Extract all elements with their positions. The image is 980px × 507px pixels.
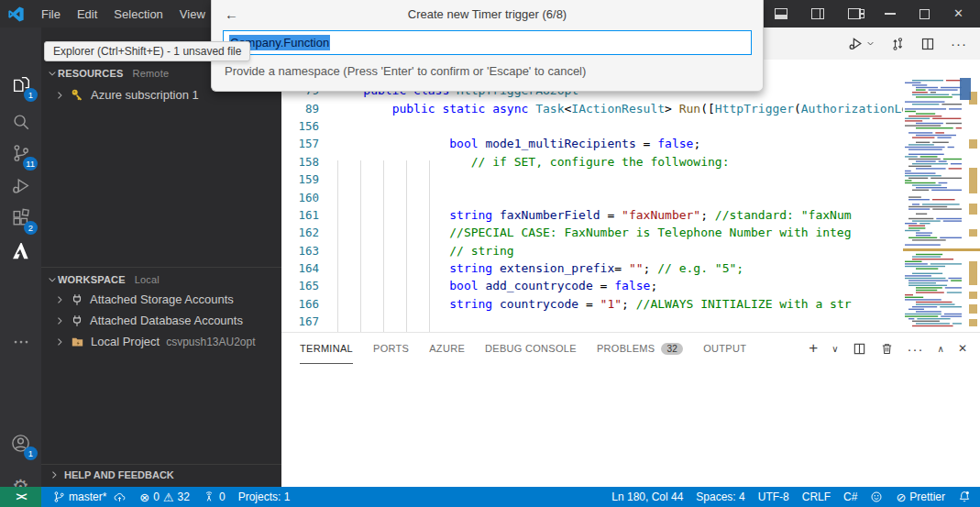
line-number: 157 xyxy=(281,137,327,150)
line-number: 165 xyxy=(281,279,327,292)
panel-tab-output[interactable]: OUTPUT xyxy=(703,333,746,364)
activity-search[interactable] xyxy=(0,106,41,138)
menu-file[interactable]: File xyxy=(33,7,69,21)
ports-count: 0 xyxy=(219,490,226,503)
back-arrow-icon[interactable]: ← xyxy=(225,6,238,22)
code-line-156: 156 xyxy=(281,117,903,135)
vscode-logo-icon xyxy=(8,6,24,22)
encoding-text: UTF-8 xyxy=(758,490,789,503)
tree-item-attached-database-accounts[interactable]: Attached Database Accounts xyxy=(41,310,281,331)
folder-function-icon xyxy=(71,336,84,348)
line-number: 156 xyxy=(281,119,327,133)
code-line-159: 159 xyxy=(281,171,903,188)
status-bar: >< master* ⊗ 0 ⚠ 32 0 Projects: 1 Ln 180… xyxy=(0,487,980,507)
feedback-smiley[interactable] xyxy=(864,487,889,507)
activity-more[interactable] xyxy=(0,326,41,358)
indentation-status[interactable]: Spaces: 4 xyxy=(689,487,751,507)
tree-item-local-project[interactable]: Local Projectcsvpush13AU2opt xyxy=(41,331,281,352)
bottom-panel: TERMINALPORTSAZUREDEBUG CONSOLEPROBLEMS3… xyxy=(281,332,980,487)
activity-azure[interactable] xyxy=(0,235,41,266)
panel-tab-label: TERMINAL xyxy=(300,343,353,354)
ports-status[interactable]: 0 xyxy=(196,487,232,507)
maximize-panel-icon[interactable]: ∧ xyxy=(938,344,944,354)
encoding-status[interactable]: UTF-8 xyxy=(752,487,796,507)
ruler-mark xyxy=(969,168,977,193)
new-terminal-icon[interactable]: + xyxy=(809,339,818,358)
activity-explorer[interactable]: 1 xyxy=(0,69,41,100)
open-changes-icon[interactable] xyxy=(890,37,905,51)
panel-tab-ports[interactable]: PORTS xyxy=(373,333,409,364)
line-number: 161 xyxy=(281,208,327,222)
code-line-89: 89 public static async Task<IActionResul… xyxy=(281,99,903,116)
eol-status[interactable]: CRLF xyxy=(796,487,837,507)
language-mode[interactable]: C# xyxy=(837,487,864,507)
editor-area: ··· 79 public class HttpTriggerAU2opt89 … xyxy=(281,28,980,487)
chevron-right-icon xyxy=(54,294,65,305)
split-editor-icon[interactable] xyxy=(920,37,935,51)
panel-tab-label: PORTS xyxy=(373,343,409,354)
git-branch-status[interactable]: master* xyxy=(47,487,133,507)
dialog-header: ← Create new Timer trigger (6/8) xyxy=(212,0,763,28)
more-actions-icon[interactable]: ··· xyxy=(951,36,967,51)
kill-terminal-trash-icon[interactable] xyxy=(880,342,894,356)
maximize-button[interactable] xyxy=(919,9,930,19)
panel-tab-label: DEBUG CONSOLE xyxy=(485,343,577,354)
activity-run-debug[interactable] xyxy=(0,171,41,202)
code-text: string extension_prefix= ""; // e.g. "5"… xyxy=(327,261,743,275)
tree-item-label: Attached Database Accounts xyxy=(90,314,243,327)
publish-cloud-icon xyxy=(113,491,127,503)
workspace-label: WORKSPACE xyxy=(58,274,126,285)
cursor-position[interactable]: Ln 180, Col 44 xyxy=(605,487,689,507)
formatter-status[interactable]: ⊘ Prettier xyxy=(889,487,952,507)
close-panel-icon[interactable]: ✕ xyxy=(958,342,967,355)
ruler-mark xyxy=(969,261,977,285)
panel-tab-debug-console[interactable]: DEBUG CONSOLE xyxy=(485,333,577,364)
formatter-name: Prettier xyxy=(909,490,945,503)
close-window-button[interactable]: ✕ xyxy=(953,0,963,28)
panel-more-actions-icon[interactable]: ··· xyxy=(908,341,924,357)
panel-tab-azure[interactable]: AZURE xyxy=(429,333,465,364)
indent-text: Spaces: 4 xyxy=(696,490,744,503)
code-line-166: 166 string countrycode = "1"; //ALWAYS I… xyxy=(281,295,903,313)
tree-item-attached-storage-accounts[interactable]: Attached Storage Accounts xyxy=(41,289,281,310)
namespace-input[interactable]: Company.Function xyxy=(223,30,752,55)
panel-tab-terminal[interactable]: TERMINAL xyxy=(300,333,353,364)
run-or-debug-button[interactable] xyxy=(848,36,875,51)
panel-tab-problems[interactable]: PROBLEMS32 xyxy=(597,333,683,364)
remote-indicator[interactable]: >< xyxy=(0,487,41,507)
minimap-slider[interactable] xyxy=(960,78,971,100)
activity-extensions[interactable]: 2 xyxy=(0,202,41,233)
code-editor[interactable]: 79 public class HttpTriggerAU2opt89 publ… xyxy=(281,60,980,332)
menu-view[interactable]: View xyxy=(171,7,214,21)
activity-source-control[interactable]: 11 xyxy=(0,138,41,169)
workspace-section-header[interactable]: WORKSPACE Local xyxy=(41,267,281,289)
line-number: 89 xyxy=(281,102,327,116)
code-line-161: 161 string faxNumberField = "faxNumber";… xyxy=(281,206,903,224)
code-line-160: 160 xyxy=(281,188,903,205)
menu-edit[interactable]: Edit xyxy=(69,7,105,21)
terminal-dropdown-icon[interactable]: ∨ xyxy=(831,344,838,354)
chevron-down-icon xyxy=(47,68,58,79)
ruler-mark xyxy=(969,319,977,326)
toggle-secondary-sidebar-icon[interactable] xyxy=(811,8,824,19)
projects-status[interactable]: Projects: 1 xyxy=(232,487,297,507)
panel-tab-label: OUTPUT xyxy=(703,343,746,354)
toggle-panel-icon[interactable] xyxy=(775,8,787,19)
activity-accounts[interactable]: 1 xyxy=(0,427,41,458)
customize-layout-icon[interactable] xyxy=(848,8,861,19)
line-number: 160 xyxy=(281,191,327,204)
indent-guide xyxy=(406,160,407,332)
notifications-bell[interactable] xyxy=(952,487,980,507)
overview-ruler[interactable] xyxy=(965,60,980,332)
activity-bar: 11121⚙1 xyxy=(0,28,41,487)
tree-item-label: Azure subscription 1 xyxy=(91,88,199,102)
line-number: 167 xyxy=(281,314,327,328)
source-control-badge: 11 xyxy=(23,157,38,171)
split-panel-icon[interactable] xyxy=(853,342,866,356)
minimap[interactable] xyxy=(903,78,965,327)
tree-item-description: csvpush13AU2opt xyxy=(166,336,255,348)
help-feedback-section-header[interactable]: HELP AND FEEDBACK xyxy=(41,464,281,485)
menu-selection[interactable]: Selection xyxy=(105,7,171,21)
problems-status[interactable]: ⊗ 0 ⚠ 32 xyxy=(133,487,196,507)
minimize-button[interactable] xyxy=(885,13,896,14)
